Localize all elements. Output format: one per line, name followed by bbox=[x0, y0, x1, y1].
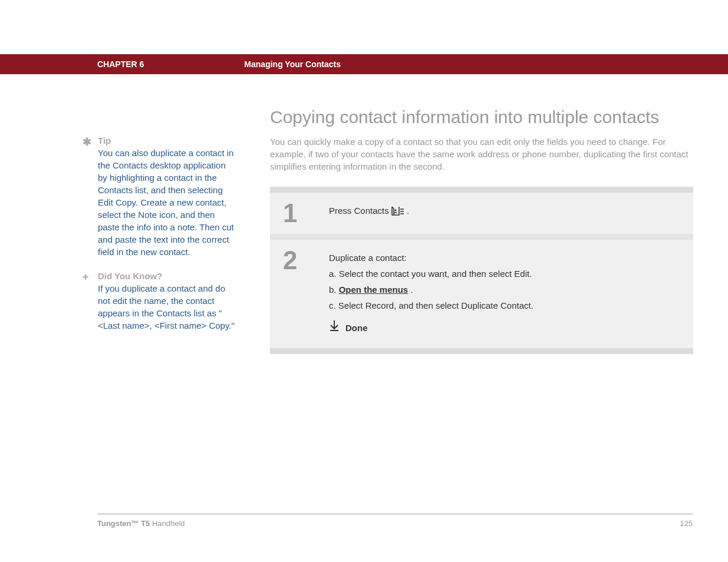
done-label: Done bbox=[345, 323, 368, 333]
step-content: Press Contacts . bbox=[329, 193, 693, 234]
tip-block: ✱ Tip You can also duplicate a contact i… bbox=[83, 135, 236, 258]
step-content: Duplicate a contact: a. Select the conta… bbox=[329, 240, 693, 348]
intro-paragraph: You can quickly make a copy of a contact… bbox=[270, 135, 693, 173]
chapter-label: CHAPTER 6 bbox=[97, 59, 144, 69]
svg-point-0 bbox=[394, 209, 396, 211]
sub-b-suffix: . bbox=[410, 285, 413, 295]
step-number: 2 bbox=[270, 240, 329, 348]
tip-body: You can also duplicate a contact in the … bbox=[98, 147, 236, 258]
page-number: 125 bbox=[680, 519, 693, 528]
step-2-sub-c: c. Select Record, and then select Duplic… bbox=[329, 300, 681, 310]
page-footer: Tungsten™ T5 Handheld 125 bbox=[97, 514, 693, 528]
done-row: Done bbox=[329, 320, 681, 335]
chapter-header: CHAPTER 6 Managing Your Contacts bbox=[0, 54, 728, 74]
step-2-lead: Duplicate a contact: bbox=[329, 253, 681, 263]
product-name-bold: Tungsten™ T5 bbox=[97, 519, 150, 528]
asterisk-icon: ✱ bbox=[83, 135, 91, 148]
chapter-title: Managing Your Contacts bbox=[244, 59, 341, 69]
open-the-menus-link[interactable]: Open the menus bbox=[339, 285, 409, 295]
steps-container: 1 Press Contacts . 2 bbox=[270, 187, 693, 354]
tip-title: Tip bbox=[98, 135, 236, 146]
product-name-rest: Handheld bbox=[150, 519, 185, 528]
step-2: 2 Duplicate a contact: a. Select the con… bbox=[270, 234, 693, 348]
step-1-text-suffix: . bbox=[407, 206, 409, 216]
page-heading: Copying contact information into multipl… bbox=[270, 107, 693, 127]
sidebar: ✱ Tip You can also duplicate a contact i… bbox=[83, 135, 236, 345]
plus-icon: + bbox=[83, 271, 89, 283]
main-content: Copying contact information into multipl… bbox=[270, 107, 693, 354]
did-you-know-body: If you duplicate a contact and do not ed… bbox=[98, 282, 236, 332]
did-you-know-block: + Did You Know? If you duplicate a conta… bbox=[83, 271, 236, 332]
contacts-icon bbox=[391, 206, 404, 217]
step-2-sub-b: b. Open the menus . bbox=[329, 285, 681, 295]
did-you-know-title: Did You Know? bbox=[98, 271, 236, 281]
step-2-sub-a: a. Select the contact you want, and then… bbox=[329, 269, 681, 279]
step-1-text-prefix: Press Contacts bbox=[329, 206, 391, 216]
done-arrow-icon bbox=[329, 320, 340, 335]
sub-b-prefix: b. bbox=[329, 285, 339, 295]
step-1: 1 Press Contacts . bbox=[270, 193, 693, 234]
step-number: 1 bbox=[270, 193, 329, 234]
product-name: Tungsten™ T5 Handheld bbox=[97, 519, 185, 528]
